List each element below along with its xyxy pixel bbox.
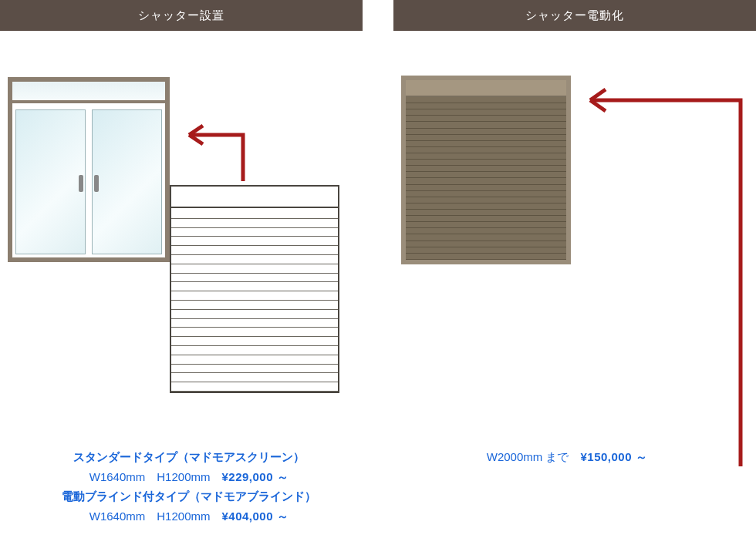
install-arrow-icon <box>174 112 251 189</box>
product1-dims: W1640mm H1200mm <box>89 470 222 483</box>
pricing-left: スタンダードタイプ（マドモアスクリーン） W1640mm H1200mm ¥22… <box>0 447 378 526</box>
window-illustration <box>8 77 170 262</box>
brown-shutter-illustration <box>401 76 571 264</box>
header-shutter-motorize: シャッター電動化 <box>393 0 756 31</box>
product-right-line: W2000mm まで ¥150,000 ～ <box>378 447 756 467</box>
column-shutter-install: シャッター設置 <box>0 0 378 416</box>
pricing-right: W2000mm まで ¥150,000 ～ <box>378 447 756 467</box>
product-right-price: ¥150,000 ～ <box>580 450 647 463</box>
product2-line: W1640mm H1200mm ¥404,000 ～ <box>0 506 378 526</box>
product1-title: スタンダードタイプ（マドモアスクリーン） <box>0 447 378 467</box>
product-right-dims: W2000mm まで <box>487 450 581 463</box>
product1-price: ¥229,000 ～ <box>221 470 289 483</box>
product2-title: 電動ブラインド付タイプ（マドモアブラインド） <box>0 486 378 506</box>
white-shutter-illustration <box>170 185 339 393</box>
header-shutter-install: シャッター設置 <box>0 0 363 31</box>
column-shutter-motorize: シャッター電動化 <box>378 0 756 416</box>
product2-dims: W1640mm H1200mm <box>89 510 222 523</box>
illustration-area-right <box>378 31 756 416</box>
product2-price: ¥404,000 ～ <box>221 510 289 523</box>
product1-line: W1640mm H1200mm ¥229,000 ～ <box>0 467 378 487</box>
motorize-arrow-icon <box>575 77 752 470</box>
illustration-area-left <box>0 31 378 416</box>
